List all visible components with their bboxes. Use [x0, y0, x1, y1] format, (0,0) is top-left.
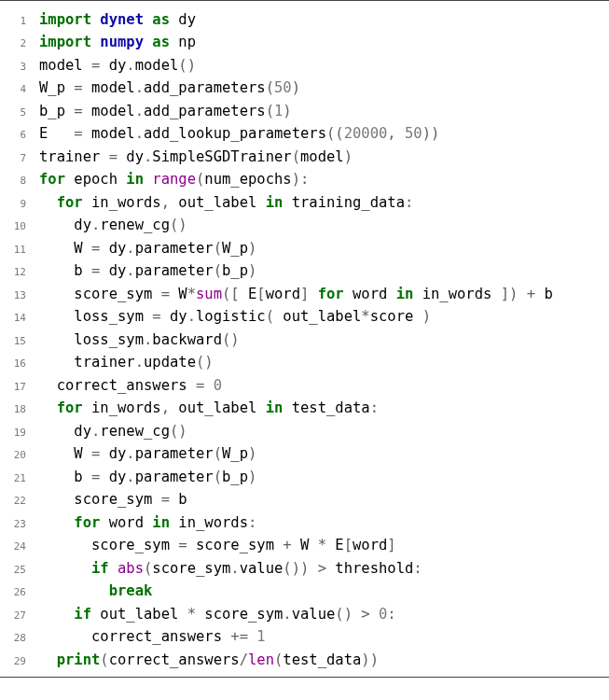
- line-number: 10: [0, 218, 39, 234]
- line-number: 9: [0, 196, 39, 212]
- line-number: 18: [0, 401, 39, 417]
- code-content: trainer = dy.SimpleSGDTrainer(model): [39, 146, 609, 168]
- code-content: correct_answers = 0: [39, 374, 609, 397]
- code-line: 4W_p = model.add_parameters(50): [0, 77, 609, 99]
- code-line: 27 if out_label * score_sym.value() > 0:: [0, 603, 609, 625]
- code-line: 23 for word in in_words:: [0, 511, 609, 534]
- code-content: loss_sym = dy.logistic( out_label*score …: [39, 305, 609, 328]
- line-number: 2: [0, 35, 39, 51]
- code-line: 22 score_sym = b: [0, 488, 609, 511]
- code-content: b_p = model.add_parameters(1): [39, 100, 609, 122]
- code-content: print(correct_answers/len(test_data)): [39, 649, 609, 671]
- code-line: 16 trainer.update(): [0, 351, 609, 373]
- code-line: 26 break: [0, 580, 609, 602]
- code-line: 21 b = dy.parameter(b_p): [0, 466, 609, 488]
- code-line: 11 W = dy.parameter(W_p): [0, 237, 609, 259]
- line-number: 25: [0, 562, 39, 578]
- code-content: b = dy.parameter(b_p): [39, 259, 609, 282]
- line-number: 6: [0, 127, 39, 143]
- code-content: if out_label * score_sym.value() > 0:: [39, 603, 609, 625]
- line-number: 15: [0, 333, 39, 349]
- line-number: 20: [0, 447, 39, 463]
- code-content: break: [39, 580, 609, 602]
- code-line: 25 if abs(score_sym.value()) > threshold…: [0, 557, 609, 580]
- code-line: 12 b = dy.parameter(b_p): [0, 259, 609, 282]
- line-number: 4: [0, 81, 39, 97]
- code-line: 17 correct_answers = 0: [0, 374, 609, 397]
- code-line: 9 for in_words, out_label in training_da…: [0, 191, 609, 214]
- code-content: if abs(score_sym.value()) > threshold:: [39, 557, 609, 580]
- code-line: 24 score_sym = score_sym + W * E[word]: [0, 534, 609, 556]
- code-line: 29 print(correct_answers/len(test_data)): [0, 649, 609, 671]
- code-line: 6E = model.add_lookup_parameters((20000,…: [0, 122, 609, 145]
- line-number: 3: [0, 59, 39, 75]
- code-content: for word in in_words:: [39, 511, 609, 534]
- code-content: dy.renew_cg(): [39, 420, 609, 442]
- code-line: 18 for in_words, out_label in test_data:: [0, 397, 609, 419]
- line-number: 11: [0, 242, 39, 258]
- code-line: 28 correct_answers += 1: [0, 625, 609, 648]
- line-number: 5: [0, 105, 39, 120]
- code-line: 2import numpy as np: [0, 31, 609, 53]
- line-number: 29: [0, 653, 39, 669]
- line-number: 26: [0, 584, 39, 600]
- code-content: for in_words, out_label in training_data…: [39, 191, 609, 214]
- line-number: 16: [0, 356, 39, 371]
- code-content: score_sym = W*sum([ E[word] for word in …: [39, 283, 609, 305]
- code-content: for in_words, out_label in test_data:: [39, 397, 609, 419]
- line-number: 23: [0, 516, 39, 532]
- line-number: 22: [0, 493, 39, 509]
- code-line: 7trainer = dy.SimpleSGDTrainer(model): [0, 146, 609, 168]
- code-content: W_p = model.add_parameters(50): [39, 77, 609, 99]
- code-content: import dynet as dy: [39, 8, 609, 31]
- line-number: 12: [0, 264, 39, 280]
- code-line: 5b_p = model.add_parameters(1): [0, 100, 609, 122]
- code-content: W = dy.parameter(W_p): [39, 237, 609, 259]
- code-content: E = model.add_lookup_parameters((20000, …: [39, 122, 609, 145]
- line-number: 28: [0, 630, 39, 646]
- code-listing: 1import dynet as dy2import numpy as np3m…: [0, 0, 609, 678]
- code-line: 10 dy.renew_cg(): [0, 214, 609, 236]
- line-number: 24: [0, 539, 39, 554]
- line-number: 21: [0, 470, 39, 486]
- code-line: 8for epoch in range(num_epochs):: [0, 168, 609, 190]
- code-content: correct_answers += 1: [39, 625, 609, 648]
- code-content: trainer.update(): [39, 351, 609, 373]
- code-line: 14 loss_sym = dy.logistic( out_label*sco…: [0, 305, 609, 328]
- code-content: for epoch in range(num_epochs):: [39, 168, 609, 190]
- line-number: 13: [0, 287, 39, 303]
- code-line: 15 loss_sym.backward(): [0, 329, 609, 351]
- line-number: 7: [0, 150, 39, 166]
- line-number: 1: [0, 13, 39, 29]
- code-content: model = dy.model(): [39, 54, 609, 77]
- code-line: 20 W = dy.parameter(W_p): [0, 442, 609, 465]
- line-number: 27: [0, 608, 39, 623]
- code-line: 13 score_sym = W*sum([ E[word] for word …: [0, 283, 609, 305]
- code-content: import numpy as np: [39, 31, 609, 53]
- code-content: loss_sym.backward(): [39, 329, 609, 351]
- code-content: b = dy.parameter(b_p): [39, 466, 609, 488]
- line-number: 14: [0, 310, 39, 326]
- code-content: W = dy.parameter(W_p): [39, 442, 609, 465]
- line-number: 8: [0, 173, 39, 189]
- code-content: score_sym = score_sym + W * E[word]: [39, 534, 609, 556]
- code-content: score_sym = b: [39, 488, 609, 511]
- line-number: 19: [0, 425, 39, 441]
- code-content: dy.renew_cg(): [39, 214, 609, 236]
- line-number: 17: [0, 379, 39, 395]
- code-line: 19 dy.renew_cg(): [0, 420, 609, 442]
- code-line: 3model = dy.model(): [0, 54, 609, 77]
- code-line: 1import dynet as dy: [0, 8, 609, 31]
